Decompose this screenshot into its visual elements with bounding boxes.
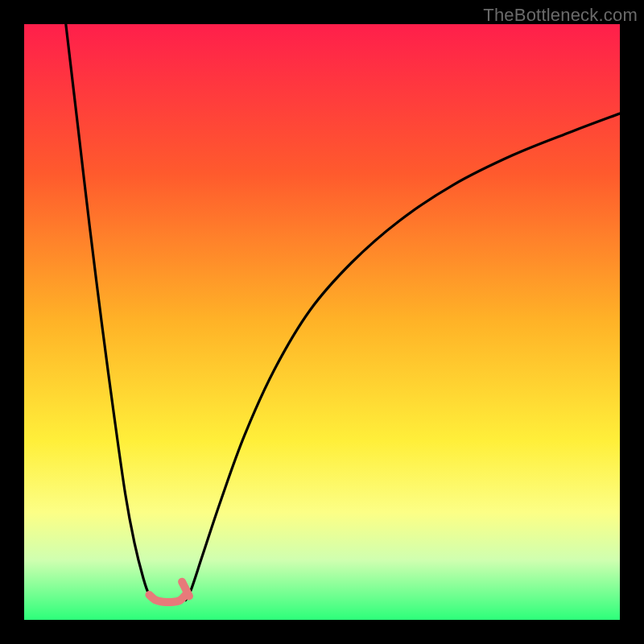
- watermark-text: TheBottleneck.com: [483, 5, 638, 26]
- plot-area: [24, 24, 620, 620]
- left-branch-curve: [66, 24, 156, 601]
- right-branch-curve: [186, 114, 620, 601]
- chart-frame: TheBottleneck.com: [0, 0, 644, 644]
- valley-marker: [149, 595, 185, 602]
- curve-layer: [24, 24, 620, 620]
